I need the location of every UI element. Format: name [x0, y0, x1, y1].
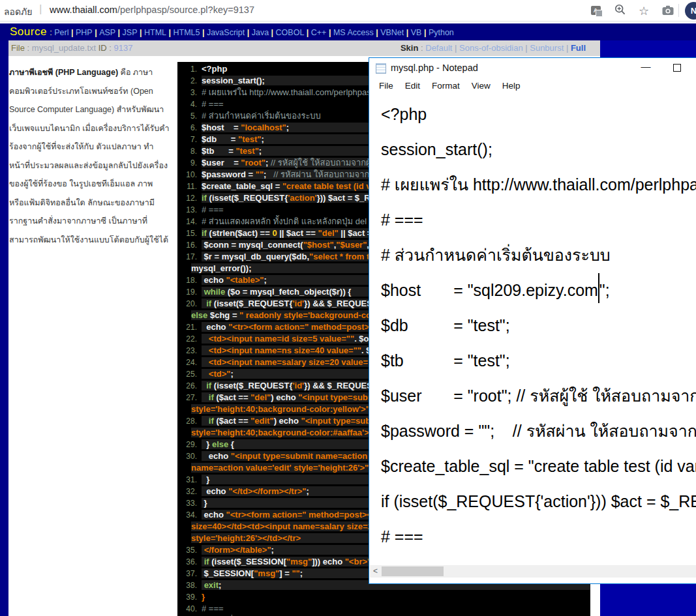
nav-separator: |: [245, 28, 251, 37]
line-number: 32.: [177, 486, 197, 497]
nav-link-javascript[interactable]: JavaScript: [207, 28, 245, 37]
code-token: ($act ==: [214, 416, 250, 426]
nav-separator: |: [421, 28, 428, 37]
code-token: if: [209, 416, 214, 426]
menu-format[interactable]: Format: [432, 79, 460, 93]
line-number: 11.: [177, 181, 197, 192]
line-number: 23.: [177, 345, 197, 357]
skin-separator: |: [523, 43, 530, 53]
nav-link-python[interactable]: Python: [429, 28, 454, 37]
line-number: 14.: [177, 216, 197, 227]
nav-link-asp[interactable]: ASP: [99, 28, 115, 37]
menu-view[interactable]: View: [472, 79, 491, 93]
php-description-paragraph: ภาษาพีเอชพี (PHP Language) คือ ภาษาคอมพิ…: [9, 63, 170, 249]
nav-link-c[interactable]: C++: [311, 28, 327, 37]
code-text: # ===: [202, 604, 590, 613]
nav-link-perl[interactable]: Perl: [54, 28, 68, 37]
url-path: /perlphpasp/source.pl?key=9137: [117, 5, 254, 15]
line-number: 39.: [177, 592, 197, 603]
file-info-bar: File : mysql_update.txt ID : 9137 Skin :…: [8, 40, 600, 56]
nav-link-jsp[interactable]: JSP: [123, 28, 138, 37]
notepad-titlebar[interactable]: mysql.php - Notepad —: [369, 58, 696, 79]
page-left-border: [0, 23, 8, 616]
nav-link-html5[interactable]: HTML5: [173, 28, 200, 37]
code-token: "$host": [303, 240, 334, 250]
line-number: 21.: [177, 322, 197, 333]
code-token: "del": [318, 228, 339, 238]
code-token: # ===: [202, 604, 224, 613]
nav-separator: |: [138, 28, 144, 37]
minimize-button[interactable]: —: [631, 58, 660, 78]
nav-link-msaccess[interactable]: MS Access: [333, 28, 374, 37]
code-token: "<table>": [226, 275, 264, 285]
address-bar-text-tail[interactable]: ลอดภัย: [4, 5, 33, 19]
skin-link-sons-of-obsidian[interactable]: Sons-of-obsidian: [459, 43, 523, 53]
nav-separator: |: [304, 28, 310, 37]
line-number: 24.: [177, 357, 197, 368]
code-token: 0: [272, 228, 277, 238]
profile-avatar[interactable]: N: [685, 2, 696, 20]
notepad-line: <?php: [381, 96, 696, 132]
bookmark-star-icon[interactable]: ☆: [636, 3, 652, 19]
skin-link-full[interactable]: Full: [571, 43, 586, 53]
code-token: }: [202, 592, 205, 602]
code-token: ] =: [279, 568, 292, 578]
code-token: name=action value='edit' style='height:2…: [191, 463, 369, 473]
nav-link-cobol[interactable]: COBOL: [276, 28, 305, 37]
code-token: 'action': [288, 193, 316, 203]
address-bar-url[interactable]: www.thaiall.com/perlphpasp/source.pl?key…: [50, 5, 254, 15]
nav-link-html[interactable]: HTML: [144, 28, 166, 37]
zoom-icon[interactable]: [613, 3, 628, 19]
code-token: if: [206, 299, 211, 308]
scroll-left-arrow[interactable]: <: [370, 565, 381, 578]
code-token: # ส่วนกำหนดค่าเริ่มต้นของระบบ: [202, 111, 321, 121]
code-token: ;: [265, 158, 271, 168]
notepad-text-area[interactable]: <?phpsession_start();# เผยแพร่ใน http://…: [369, 93, 696, 565]
menu-file[interactable]: File: [379, 79, 393, 93]
line-number: 13.: [177, 205, 197, 216]
scrollbar-thumb[interactable]: [382, 566, 444, 576]
notepad-line: $create_table_sql = "create table test (…: [381, 448, 696, 484]
code-token: if: [202, 228, 207, 238]
maximize-button[interactable]: [663, 58, 691, 78]
code-token: else: [191, 310, 207, 320]
translate-icon-glyph: A: [591, 6, 601, 15]
line-number: 8.: [177, 146, 197, 157]
notepad-horizontal-scrollbar[interactable]: <: [370, 565, 696, 578]
code-token: $create_table_sql =: [202, 181, 282, 191]
nav-link-java[interactable]: Java: [252, 28, 269, 37]
menu-edit[interactable]: Edit: [405, 79, 420, 93]
line-number: 10.: [177, 169, 197, 181]
nav-separator: |: [374, 28, 380, 37]
line-number: 37.: [177, 568, 197, 579]
code-token: [202, 416, 209, 426]
code-token: ;: [264, 169, 273, 179]
line-number: 16.: [177, 240, 197, 251]
nav-link-vb[interactable]: VB: [411, 28, 422, 37]
camera-extension-icon[interactable]: [660, 3, 676, 19]
nav-link-vbnet[interactable]: VBNet: [380, 28, 404, 37]
code-token: "edit": [250, 416, 273, 426]
code-token: "": [256, 169, 264, 179]
notepad-menubar: FileEditFormatViewHelp: [369, 79, 696, 93]
notepad-line: if (isset($_REQUEST{'action'})) $act = $…: [381, 484, 696, 519]
nav-separator: |: [115, 28, 122, 37]
translate-icon[interactable]: A: [588, 3, 603, 19]
code-token: echo: [202, 451, 231, 461]
php-description-body: คือ ภาษาคอมพิวเตอร์ประเภทโอเพนท์ซอร์ท (O…: [9, 68, 170, 244]
line-number: 6.: [177, 123, 197, 134]
notepad-title: mysql.php - Notepad: [391, 63, 478, 73]
nav-separator: |: [69, 28, 76, 37]
nav-separator: |: [404, 28, 410, 37]
skin-links: Default | Sons-of-obsidian | Sunburst | …: [425, 43, 586, 53]
skin-link-default[interactable]: Default: [425, 43, 452, 53]
code-token: <td><input name=ns size=40 value="": [202, 345, 361, 355]
code-token: ) echo: [274, 416, 301, 426]
nav-link-php[interactable]: PHP: [76, 28, 93, 37]
code-token: style='height:40;background-color:yellow…: [191, 404, 370, 414]
line-number: 15.: [177, 228, 197, 239]
skin-link-sunburst[interactable]: Sunburst: [530, 43, 564, 53]
menu-help[interactable]: Help: [502, 79, 521, 93]
code-token: echo: [202, 322, 228, 332]
code-token: if: [209, 392, 214, 402]
